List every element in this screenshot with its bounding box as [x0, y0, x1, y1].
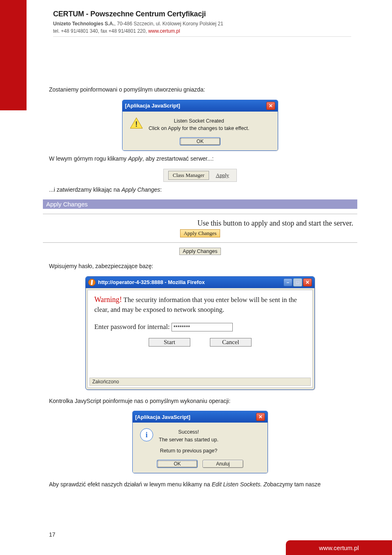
header-phone: tel. +48 91/4801 340, fax +48 91/4801 22… [53, 28, 148, 34]
footer-url-tab: www.certum.pl [286, 540, 392, 555]
start-button[interactable]: Start [149, 338, 190, 347]
info-icon: i [140, 428, 153, 441]
p6-b: obaczymy tam nasze [267, 481, 321, 488]
password-input[interactable] [172, 323, 233, 331]
dialog-line-3: Return to previous page? [159, 447, 218, 455]
cancel-button[interactable]: Cancel [210, 338, 252, 347]
p2-a: W lewym górnym rogu klikamy [49, 155, 128, 162]
close-icon[interactable]: ✕ [266, 102, 275, 110]
header-address: , 70-486 Szczecin, ul. Królowej Korony P… [114, 21, 223, 27]
p2-b: , aby zrestartować serwer...: [143, 155, 214, 162]
firefox-icon [88, 279, 96, 286]
dialog-titlebar: [Aplikacja JavaScript] ✕ [133, 411, 267, 423]
dialog-title: [Aplikacja JavaScript] [135, 414, 190, 420]
warning-text: The security information that you enter … [94, 296, 297, 313]
maximize-icon: □ [293, 278, 302, 286]
dialog-line-2: The server has started up. [159, 436, 218, 444]
ok-button[interactable]: OK [157, 460, 198, 468]
close-icon[interactable]: ✕ [256, 413, 265, 421]
close-icon[interactable]: ✕ [303, 278, 312, 286]
dialog-line-1: Listen Socket Created [149, 117, 249, 125]
apply-changes-banner: Apply Changes [43, 199, 357, 209]
firefox-window: http://operator-4-325:8888 - Mozilla Fir… [85, 276, 315, 390]
p3-a: ...i zatwierdzamy klikając na [49, 186, 121, 193]
js-alert-socket-created: [Aplikacja JavaScript] ✕ ! Listen Socket… [122, 100, 278, 151]
dialog-titlebar: [Aplikacja JavaScript] ✕ [122, 100, 278, 112]
p6-italic: Edit Listen Sockets. Z [212, 481, 267, 488]
cancel-button[interactable]: Anuluj [203, 460, 243, 468]
toolbar-fragment: Class Manager Apply [163, 169, 237, 182]
paragraph-5: Kontrolka JavyScript poinformuje nas o p… [49, 397, 351, 405]
apply-changes-text: Use this button to apply and stop and st… [43, 219, 357, 228]
dialog-title: [Aplikacja JavaScript] [125, 103, 180, 109]
paragraph-3: ...i zatwierdzamy klikając na Apply Chan… [49, 186, 351, 194]
password-prompt-label: Enter password for internal: [94, 323, 172, 331]
firefox-titlebar: http://operator-4-325:8888 - Mozilla Fir… [86, 277, 314, 288]
dialog-line-2: Click on Apply for the changes to take e… [149, 125, 249, 132]
document-header: CERTUM - Powszechne Centrum Certyfikacji… [53, 10, 351, 37]
paragraph-4: Wpisujemy hasło, zabezpieczające bazę: [49, 262, 351, 271]
class-manager-button[interactable]: Class Manager [168, 171, 209, 180]
warning-label: Warning! [94, 295, 122, 304]
p3-italic: Apply Changes [121, 186, 160, 193]
apply-changes-button-primary[interactable]: Apply Changes [180, 229, 220, 237]
left-accent-bar [0, 0, 27, 110]
svg-text:!: ! [135, 120, 138, 128]
warning-icon: ! [130, 117, 143, 129]
firefox-title-text: http://operator-4-325:8888 - Mozilla Fir… [98, 279, 205, 285]
apply-changes-button-secondary[interactable]: Apply Changes [179, 248, 221, 255]
paragraph-1: Zostaniemy poinformowani o pomyślnym utw… [49, 86, 351, 94]
js-confirm-server-started: [Aplikacja JavaScript] ✕ i Success! The … [132, 411, 268, 473]
apply-link[interactable]: Apply [212, 171, 234, 179]
divider [43, 242, 357, 243]
divider [43, 214, 357, 214]
p6-a: Aby sprawdzić efekt naszych działań w le… [49, 481, 212, 488]
ok-button[interactable]: OK [180, 137, 220, 145]
header-link[interactable]: www.certum.pl [148, 28, 180, 34]
header-company: Unizeto Technologies S.A. [53, 21, 114, 27]
header-title: CERTUM - Powszechne Centrum Certyfikacji [53, 10, 351, 18]
p2-italic: Apply [128, 155, 143, 162]
dialog-line-1: Success! [159, 428, 218, 436]
p3-b: : [160, 186, 162, 193]
paragraph-2: W lewym górnym rogu klikamy Apply, aby z… [49, 155, 351, 163]
minimize-icon[interactable]: – [283, 278, 292, 286]
paragraph-6: Aby sprawdzić efekt naszych działań w le… [49, 481, 351, 489]
status-bar: Zakończono [89, 378, 311, 386]
page-number: 17 [49, 531, 56, 538]
